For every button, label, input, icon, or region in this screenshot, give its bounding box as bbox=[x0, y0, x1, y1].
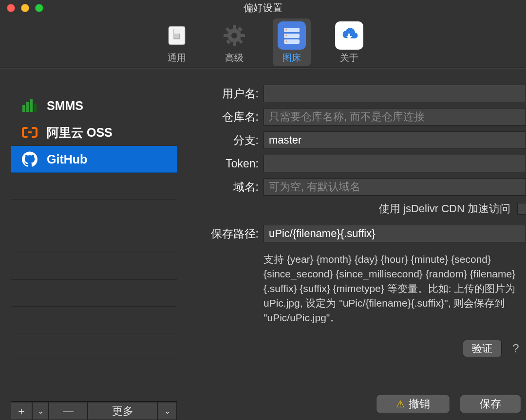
list-item bbox=[11, 333, 177, 360]
label-domain: 域名: bbox=[177, 180, 263, 195]
body: SMMS 阿里云 OSS GitHub bbox=[0, 68, 526, 420]
cdn-checkbox[interactable] bbox=[517, 203, 526, 215]
svg-rect-21 bbox=[30, 99, 33, 112]
svg-rect-23 bbox=[28, 131, 32, 133]
remove-provider-button[interactable]: — bbox=[49, 402, 88, 420]
warning-icon: ⚠ bbox=[396, 398, 405, 410]
provider-sidebar: SMMS 阿里云 OSS GitHub bbox=[0, 68, 177, 420]
github-icon bbox=[21, 151, 38, 167]
tab-about[interactable]: 关于 bbox=[330, 18, 368, 66]
svg-point-17 bbox=[285, 35, 287, 36]
list-item bbox=[11, 307, 177, 333]
list-item bbox=[11, 173, 177, 200]
provider-github[interactable]: GitHub bbox=[11, 146, 177, 173]
revert-button[interactable]: ⚠ 撤销 bbox=[376, 395, 450, 413]
tab-image-host-label: 图床 bbox=[282, 52, 301, 64]
add-provider-button[interactable]: ＋ bbox=[11, 402, 32, 420]
tab-advanced[interactable]: 高级 bbox=[215, 18, 253, 66]
save-path-hint: 支持 {year} {month} {day} {hour} {minute} … bbox=[177, 248, 526, 325]
provider-label: 阿里云 OSS bbox=[47, 125, 113, 141]
svg-point-18 bbox=[285, 40, 287, 42]
cdn-label: 使用 jsDelivr CDN 加速访问 bbox=[379, 201, 510, 216]
svg-rect-6 bbox=[233, 42, 236, 46]
row-save-path: 保存路径: bbox=[177, 225, 526, 242]
more-actions-menu-button[interactable]: ⌄ bbox=[157, 402, 177, 420]
help-button[interactable]: ? bbox=[508, 340, 523, 357]
row-repo: 仓库名: bbox=[177, 108, 526, 126]
svg-rect-22 bbox=[34, 104, 37, 112]
save-path-input[interactable] bbox=[263, 225, 526, 242]
cloud-upload-icon bbox=[335, 21, 363, 50]
sidebar-actions: ＋ ⌄ — 更多 ⌄ bbox=[11, 402, 177, 420]
bars-icon bbox=[21, 97, 38, 114]
row-token: Token: bbox=[177, 155, 526, 172]
svg-rect-7 bbox=[224, 34, 227, 37]
provider-label: GitHub bbox=[47, 152, 87, 166]
chevron-down-icon: ⌄ bbox=[164, 406, 170, 416]
save-label: 保存 bbox=[480, 397, 501, 411]
label-branch: 分支: bbox=[177, 133, 263, 148]
label-save-path: 保存路径: bbox=[177, 226, 263, 241]
preferences-toolbar: 通用 高级 bbox=[0, 16, 526, 68]
window-title: 偏好设置 bbox=[0, 1, 526, 15]
provider-aliyun-oss[interactable]: 阿里云 OSS bbox=[11, 119, 177, 146]
list-item bbox=[11, 200, 177, 226]
server-icon bbox=[278, 21, 306, 50]
more-actions-button[interactable]: 更多 bbox=[88, 402, 157, 420]
titlebar: 偏好设置 bbox=[0, 0, 526, 16]
svg-rect-5 bbox=[233, 25, 236, 29]
row-branch: 分支: bbox=[177, 131, 526, 149]
provider-label: SMMS bbox=[47, 99, 83, 113]
list-item bbox=[11, 253, 177, 280]
verify-button[interactable]: 验证 bbox=[463, 340, 502, 357]
switch-icon bbox=[163, 21, 191, 50]
gear-icon bbox=[220, 21, 248, 50]
svg-rect-8 bbox=[241, 34, 245, 37]
svg-rect-20 bbox=[26, 102, 29, 112]
tab-advanced-label: 高级 bbox=[225, 52, 244, 64]
label-token: Token: bbox=[177, 157, 263, 170]
tab-general-label: 通用 bbox=[168, 52, 186, 64]
verify-row: 验证 ? bbox=[177, 340, 526, 357]
save-button[interactable]: 保存 bbox=[460, 395, 521, 413]
footer: ⚠ 撤销 保存 bbox=[177, 385, 526, 420]
provider-smms[interactable]: SMMS bbox=[11, 92, 177, 119]
row-username: 用户名: bbox=[177, 85, 526, 102]
settings-panel: 用户名: 仓库名: 分支: Token: 域名: 使用 jsDelivr CDN bbox=[177, 68, 526, 420]
svg-point-16 bbox=[285, 29, 287, 30]
label-repo: 仓库名: bbox=[177, 110, 263, 125]
tab-image-host[interactable]: 图床 bbox=[273, 18, 311, 66]
svg-rect-19 bbox=[22, 105, 25, 112]
tab-about-label: 关于 bbox=[340, 52, 358, 64]
label-username: 用户名: bbox=[177, 86, 263, 101]
bracket-icon bbox=[21, 124, 38, 141]
add-provider-menu-button[interactable]: ⌄ bbox=[32, 402, 49, 420]
revert-label: 撤销 bbox=[409, 397, 430, 411]
list-item bbox=[11, 280, 177, 307]
domain-input[interactable] bbox=[263, 178, 526, 196]
list-item bbox=[11, 226, 177, 253]
row-cdn: 使用 jsDelivr CDN 加速访问 bbox=[177, 201, 526, 216]
settings-form: 用户名: 仓库名: 分支: Token: 域名: 使用 jsDelivr CDN bbox=[177, 85, 526, 385]
branch-input[interactable] bbox=[263, 131, 526, 149]
svg-rect-2 bbox=[174, 29, 180, 34]
tab-general[interactable]: 通用 bbox=[158, 18, 196, 66]
token-input[interactable] bbox=[263, 155, 526, 172]
row-domain: 域名: bbox=[177, 178, 526, 196]
repo-input[interactable] bbox=[263, 108, 526, 126]
chevron-down-icon: ⌄ bbox=[38, 406, 44, 416]
provider-list: SMMS 阿里云 OSS GitHub bbox=[11, 92, 177, 402]
username-input[interactable] bbox=[263, 85, 526, 102]
svg-point-4 bbox=[231, 33, 237, 38]
